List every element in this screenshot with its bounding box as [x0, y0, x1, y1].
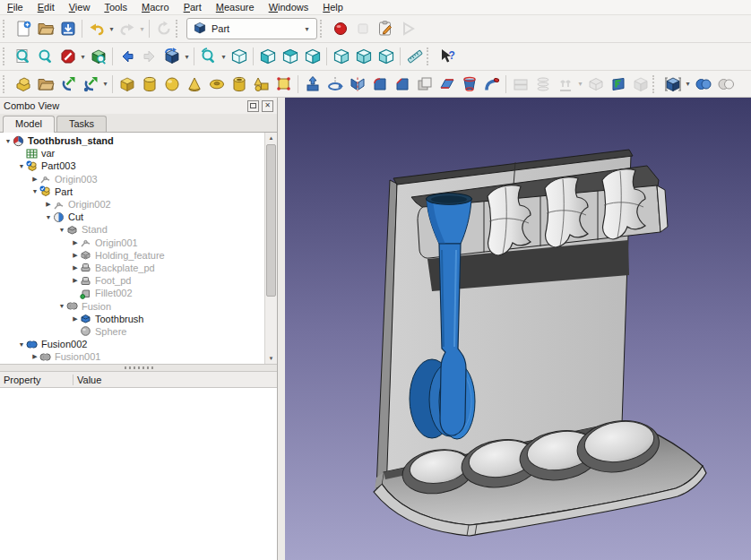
tree-item-fusion[interactable]: ▼Fusion [0, 299, 265, 312]
shape-builder-button[interactable] [272, 73, 295, 96]
tree-item-origin001[interactable]: ▶Origin001 [0, 237, 265, 249]
measure-button[interactable] [403, 45, 426, 68]
close-panel-button[interactable]: ✕ [262, 100, 273, 112]
expander-icon[interactable]: ▶ [71, 252, 80, 259]
whats-this-button[interactable]: ? [436, 45, 458, 68]
tree-item-sphere[interactable]: Sphere [0, 325, 265, 338]
expander-icon[interactable]: ▶ [71, 264, 80, 271]
expander-icon[interactable]: ▼ [17, 341, 26, 348]
save-button[interactable] [56, 17, 79, 40]
expander-icon[interactable]: ▼ [17, 163, 26, 169]
extrude-button[interactable] [301, 73, 324, 96]
3d-viewport[interactable] [285, 98, 751, 560]
view-right-button[interactable] [301, 45, 324, 68]
panel-splitter[interactable] [0, 365, 277, 372]
value-column-header[interactable]: Value [73, 375, 277, 385]
chamfer-button[interactable] [391, 73, 413, 96]
tree-item-origin003[interactable]: ▶Origin003 [0, 173, 265, 185]
macro-record-button[interactable] [329, 17, 351, 40]
tree-item-var[interactable]: var [0, 147, 265, 159]
view-left-button[interactable] [375, 45, 397, 68]
prim-cylinder-button[interactable] [138, 73, 160, 96]
float-panel-button[interactable] [247, 100, 259, 112]
menu-windows[interactable]: Windows [262, 2, 316, 13]
toolbar-drag-handle[interactable] [427, 47, 433, 65]
boolean-button[interactable] [692, 73, 714, 96]
expander-icon[interactable]: ▼ [44, 214, 53, 220]
link-make-button[interactable] [56, 73, 79, 96]
panel-view-splitter[interactable] [278, 98, 285, 560]
tree-item-foot_pd[interactable]: ▶Foot_pd [0, 274, 265, 287]
menu-edit[interactable]: Edit [30, 2, 62, 13]
chevron-down-icon[interactable]: ▾ [79, 53, 87, 61]
revolve-button[interactable] [324, 73, 346, 96]
toolbar-drag-handle[interactable] [176, 20, 182, 38]
tree-item-backplate_pd[interactable]: ▶Backplate_pd [0, 262, 265, 274]
prim-sphere-button[interactable] [160, 73, 183, 96]
chevron-down-icon[interactable]: ▾ [684, 80, 692, 88]
menu-file[interactable]: File [0, 2, 30, 13]
view-rear-button[interactable] [330, 45, 352, 68]
tree-item-stand[interactable]: ▼Stand [0, 223, 265, 236]
expander-icon[interactable]: ▼ [57, 303, 66, 309]
project-on-surface-button[interactable] [607, 73, 629, 96]
primitives-dialog-button[interactable] [250, 73, 272, 96]
prim-box-button[interactable] [116, 73, 138, 96]
create-group-button[interactable] [34, 73, 56, 96]
compound-button[interactable] [661, 73, 684, 96]
ruled-surface-button[interactable] [436, 73, 458, 96]
menu-part[interactable]: Part [177, 2, 209, 13]
undo-button[interactable] [85, 17, 108, 40]
tree-item-toothbrush[interactable]: ▶Toothbrush [0, 313, 265, 325]
prim-tube-button[interactable] [228, 73, 250, 96]
tree-item-fillet002[interactable]: Fillet002 [0, 287, 265, 299]
tree-item-part[interactable]: ▼Part [0, 185, 265, 198]
open-folder-button[interactable] [34, 17, 56, 40]
sweep-button[interactable] [480, 73, 503, 96]
expander-icon[interactable]: ▶ [30, 353, 39, 360]
mirror-button[interactable] [346, 73, 368, 96]
make-face-button[interactable] [413, 73, 436, 96]
toolbar-drag-handle[interactable] [320, 20, 326, 38]
scrollbar-thumb[interactable] [266, 144, 276, 297]
toolbar-drag-handle[interactable] [3, 47, 9, 65]
tree-item-cut[interactable]: ▼Cut [0, 211, 265, 223]
tree-item-origin002[interactable]: ▶Origin002 [0, 198, 265, 211]
tree-item-fusion002[interactable]: ▼Fusion002 [0, 338, 265, 350]
property-column-header[interactable]: Property [0, 375, 73, 385]
toolbar-drag-handle[interactable] [3, 20, 9, 38]
view-top-button[interactable] [279, 45, 301, 68]
view-fit-selection-button[interactable] [34, 45, 56, 68]
expander-icon[interactable]: ▼ [57, 227, 66, 233]
view-zoom-button[interactable] [197, 45, 220, 68]
expander-icon[interactable]: ▼ [4, 138, 13, 144]
scroll-down-icon[interactable]: ▼ [265, 353, 277, 364]
part-container-button[interactable] [12, 73, 34, 96]
view-fit-all-button[interactable] [12, 45, 34, 68]
tree-item-holding_feature[interactable]: ▶Holding_feature [0, 249, 265, 262]
scroll-up-icon[interactable]: ▲ [265, 133, 277, 143]
tree-item-toothbrush_stand[interactable]: ▼Toothbrush_stand [0, 134, 265, 147]
expander-icon[interactable]: ▼ [30, 188, 39, 194]
prim-cone-button[interactable] [183, 73, 205, 96]
box-selection-button[interactable] [87, 45, 109, 68]
tab-model[interactable]: Model [3, 116, 55, 133]
view-front-button[interactable] [256, 45, 279, 68]
toolbar-drag-handle[interactable] [652, 75, 659, 93]
menu-view[interactable]: View [62, 2, 98, 13]
fillet-button[interactable] [368, 73, 391, 96]
view-home-button[interactable] [160, 45, 183, 68]
loft-button[interactable] [458, 73, 480, 96]
property-table-body[interactable] [0, 388, 277, 560]
menu-measure[interactable]: Measure [209, 2, 262, 13]
chevron-down-icon[interactable]: ▾ [220, 53, 228, 61]
chevron-down-icon[interactable]: ▾ [101, 80, 109, 88]
macro-edit-button[interactable] [374, 17, 396, 40]
tree-item-part003[interactable]: ▼Part003 [0, 159, 265, 172]
link-sub-button[interactable] [79, 73, 101, 96]
tab-tasks[interactable]: Tasks [56, 116, 107, 132]
tree-scrollbar[interactable]: ▲ ▼ [264, 133, 277, 364]
view-bottom-button[interactable] [352, 45, 375, 68]
menu-macro[interactable]: Macro [134, 2, 177, 13]
boolean-cut-button[interactable] [714, 73, 737, 96]
